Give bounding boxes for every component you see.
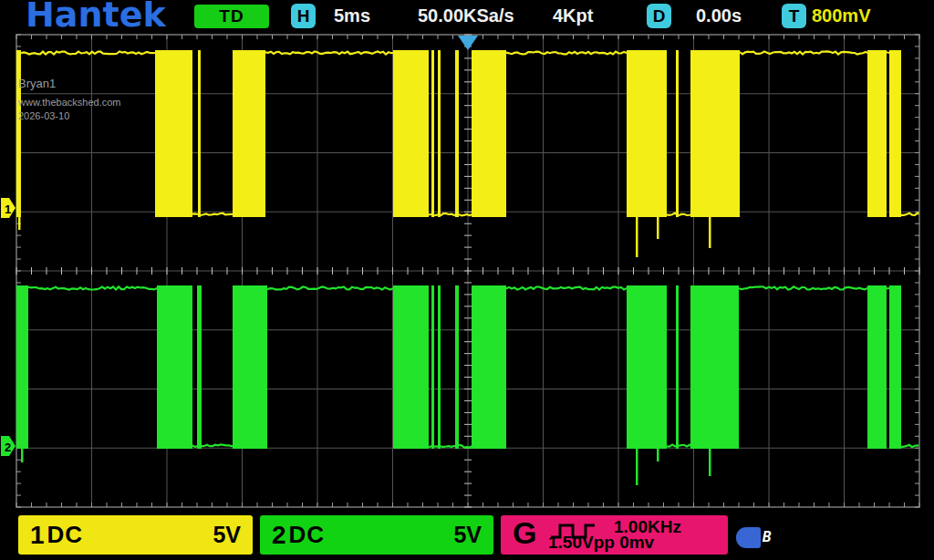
channel1-volts-per-div: 5V [213,522,241,548]
usb-device-label: B [763,528,772,545]
channel2-coupling: DC [289,521,326,549]
trigger-position-marker[interactable] [458,36,478,50]
watermark: Bryan1 www.thebackshed.com 2026-03-10 [18,78,121,121]
top-status-bar: Hantek TD H 5ms 50.00KSa/s 4Kpt D 0.00s … [0,0,934,34]
channel-marker-1[interactable]: 1 [5,202,11,216]
trigger-level-readout: 800mV [812,5,871,26]
horizontal-badge-icon[interactable]: H [291,4,316,28]
channel2-info-box[interactable]: 2 DC 5V [260,515,493,555]
watermark-website: www.thebackshed.com [18,98,121,108]
trigger-status-badge[interactable]: TD [194,5,269,28]
generator-amplitude: 1.50Vpp [548,533,615,552]
generator-amplitude-offset: 1.50Vpp 0mv [548,533,654,553]
generator-label: G [513,515,536,551]
sample-rate-readout: 50.00KSa/s [418,5,514,26]
bottom-status-bar: 1 DC 5V 2 DC 5V G 1.00KHz 1.50Vpp 0mv B [0,511,934,560]
channel1-coupling: DC [47,521,84,549]
generator-info-box[interactable]: G 1.00KHz 1.50Vpp 0mv [501,515,728,555]
delay-badge-icon[interactable]: D [647,4,671,28]
generator-offset: 0mv [619,533,654,552]
waveform-display: 12 [0,0,934,560]
channel2-number: 2 [272,521,286,550]
usb-device-icon [736,527,761,548]
horizontal-offset-readout: 0.00s [696,5,742,26]
timebase-readout: 5ms [334,5,370,26]
channel1-info-box[interactable]: 1 DC 5V [18,515,253,555]
channel1-number: 1 [30,521,45,550]
watermark-username: Bryan1 [18,78,121,89]
trigger-badge-icon[interactable]: T [782,4,806,28]
memory-depth-readout: 4Kpt [553,5,593,26]
watermark-date: 2026-03-10 [18,111,121,121]
channel-marker-2[interactable]: 2 [5,441,11,454]
channel2-volts-per-div: 5V [453,522,482,548]
oscilloscope-screen: Hantek TD H 5ms 50.00KSa/s 4Kpt D 0.00s … [0,0,934,560]
brand-logo: Hantek [26,0,166,35]
